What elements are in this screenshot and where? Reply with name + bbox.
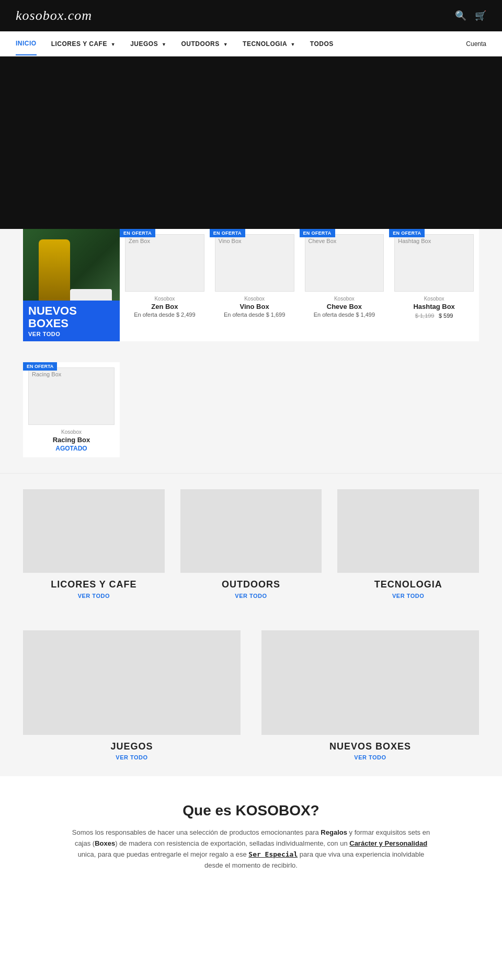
nav-todos[interactable]: TODOS (310, 33, 334, 55)
hashtag-box-sale-price: $ 599 (439, 313, 453, 319)
chevron-down-icon: ▼ (111, 42, 116, 47)
product-card-vino[interactable]: EN OFERTA Vino Box Kosobox Vino Box En o… (210, 229, 300, 341)
en-oferta-badge: EN OFERTA (210, 229, 245, 237)
category-licores[interactable]: LICORES Y CAFE VER TODO (23, 489, 165, 599)
product-card-cheve[interactable]: EN OFERTA Cheve Box Kosobox Cheve Box En… (300, 229, 390, 341)
logo[interactable]: kosobox.com (16, 8, 92, 24)
cheve-box-name: Cheve Box (305, 303, 384, 310)
zen-box-name: Zen Box (125, 303, 204, 310)
racing-box-brand: Kosobox (28, 429, 115, 435)
featured-ver-todo[interactable]: VER TODO (28, 331, 115, 337)
categories-grid: LICORES Y CAFE VER TODO OUTDOORS VER TOD… (23, 489, 479, 599)
hashtag-box-price-container: $ 1,199 $ 599 (394, 310, 474, 320)
zen-box-img-label: Zen Box (129, 238, 150, 244)
featured-item[interactable]: NUEVOSBOXES VER TODO (23, 229, 120, 341)
licores-ver-todo[interactable]: VER TODO (78, 593, 110, 599)
nav-licores[interactable]: LICORES Y CAFE ▼ (51, 33, 116, 55)
category-tecnologia[interactable]: TECNOLOGIA VER TODO (337, 489, 479, 599)
zen-box-brand: Kosobox (125, 296, 204, 302)
hashtag-box-original-price: $ 1,199 (415, 313, 435, 319)
vino-box-image: Vino Box (215, 234, 294, 292)
outdoors-ver-todo[interactable]: VER TODO (235, 593, 267, 599)
hashtag-box-brand: Kosobox (394, 296, 474, 302)
about-regalos: Regalos (321, 828, 347, 836)
tecnologia-image (337, 489, 479, 573)
racing-box-name: Racing Box (28, 436, 115, 444)
nuevos-boxes-image (261, 630, 479, 735)
racing-box-status: AGOTADO (28, 445, 115, 452)
product-card-hashtag[interactable]: EN OFERTA Hashtag Box Kosobox Hashtag Bo… (389, 229, 479, 341)
zen-box-price: En oferta desde $ 2,499 (125, 312, 204, 318)
nav-outdoors[interactable]: OUTDOORS ▼ (181, 33, 228, 55)
search-icon[interactable]: 🔍 (455, 10, 466, 21)
cheve-box-image: Cheve Box (305, 234, 384, 292)
nav-inicio[interactable]: INICIO (16, 32, 37, 55)
product-cards: EN OFERTA Zen Box Kosobox Zen Box En ofe… (120, 229, 479, 341)
racing-box-card[interactable]: EN OFERTA Racing Box Kosobox Racing Box … (23, 362, 120, 457)
hero-banner (0, 56, 502, 229)
nav-cuenta[interactable]: Cuenta (466, 40, 486, 48)
chevron-down-icon: ▼ (290, 42, 295, 47)
cart-icon[interactable]: 🛒 (475, 10, 486, 21)
category-juegos[interactable]: JUEGOS VER TODO (23, 630, 241, 761)
outdoors-image (180, 489, 322, 573)
nav-juegos[interactable]: JUEGOS ▼ (130, 33, 166, 55)
category-nuevos-boxes[interactable]: NUEVOS BOXES VER TODO (261, 630, 479, 761)
about-caracter: Carácter y Personalidad (349, 839, 427, 847)
nuevos-boxes-title: NUEVOS BOXES (329, 741, 411, 753)
juegos-title: JUEGOS (110, 741, 153, 753)
nav-tecnologia[interactable]: TECNOLOGIA ▼ (243, 33, 295, 55)
product-card-zen[interactable]: EN OFERTA Zen Box Kosobox Zen Box En ofe… (120, 229, 210, 341)
hashtag-box-img-label: Hashtag Box (398, 238, 431, 244)
products-section: NUEVOSBOXES VER TODO EN OFERTA Zen Box K… (0, 229, 502, 352)
about-ser-especial: Ser Especial (248, 850, 298, 858)
racing-en-oferta-badge: EN OFERTA (23, 362, 57, 371)
tecnologia-ver-todo[interactable]: VER TODO (392, 593, 424, 599)
vino-box-brand: Kosobox (215, 296, 294, 302)
racing-box-img-label: Racing Box (32, 371, 61, 377)
about-section: Que es KOSOBOX? Somos los responsables d… (0, 776, 502, 897)
licores-image (23, 489, 165, 573)
vino-box-price: En oferta desde $ 1,699 (215, 312, 294, 318)
featured-overlay-title: NUEVOSBOXES (28, 305, 115, 330)
vino-box-name: Vino Box (215, 303, 294, 310)
outdoors-title: OUTDOORS (222, 579, 280, 591)
featured-overlay: NUEVOSBOXES VER TODO (23, 301, 120, 341)
chevron-down-icon: ▼ (223, 42, 228, 47)
header-icons: 🔍 🛒 (455, 10, 486, 21)
hashtag-box-image: Hashtag Box (394, 234, 474, 292)
zen-box-image: Zen Box (125, 234, 204, 292)
hashtag-box-name: Hashtag Box (394, 303, 474, 310)
categories-bottom-section: JUEGOS VER TODO NUEVOS BOXES VER TODO (0, 615, 502, 777)
juegos-image (23, 630, 241, 735)
product-row: NUEVOSBOXES VER TODO EN OFERTA Zen Box K… (23, 229, 479, 341)
categories-bottom-grid: JUEGOS VER TODO NUEVOS BOXES VER TODO (23, 630, 479, 761)
licores-title: LICORES Y CAFE (51, 579, 136, 591)
bottle-decoration (39, 239, 70, 302)
chevron-down-icon: ▼ (162, 42, 166, 47)
juegos-ver-todo[interactable]: VER TODO (116, 754, 147, 760)
en-oferta-badge: EN OFERTA (300, 229, 335, 237)
about-boxes: Boxes (95, 839, 115, 847)
nuevos-boxes-ver-todo[interactable]: VER TODO (354, 754, 386, 760)
category-outdoors[interactable]: OUTDOORS VER TODO (180, 489, 322, 599)
second-row: EN OFERTA Racing Box Kosobox Racing Box … (0, 352, 502, 473)
cheve-box-img-label: Cheve Box (309, 238, 337, 244)
header: kosobox.com 🔍 🛒 (0, 0, 502, 31)
categories-top-section: LICORES Y CAFE VER TODO OUTDOORS VER TOD… (0, 473, 502, 615)
about-title: Que es KOSOBOX? (23, 802, 479, 819)
cheve-box-brand: Kosobox (305, 296, 384, 302)
racing-box-image: Racing Box (28, 367, 115, 425)
cheve-box-price: En oferta desde $ 1,499 (305, 312, 384, 318)
en-oferta-badge: EN OFERTA (120, 229, 155, 237)
en-oferta-badge: EN OFERTA (389, 229, 425, 237)
vino-box-img-label: Vino Box (219, 238, 242, 244)
nav: INICIO LICORES Y CAFE ▼ JUEGOS ▼ OUTDOOR… (0, 31, 502, 56)
about-text: Somos los responsables de hacer una sele… (68, 827, 434, 871)
tecnologia-title: TECNOLOGIA (374, 579, 442, 591)
